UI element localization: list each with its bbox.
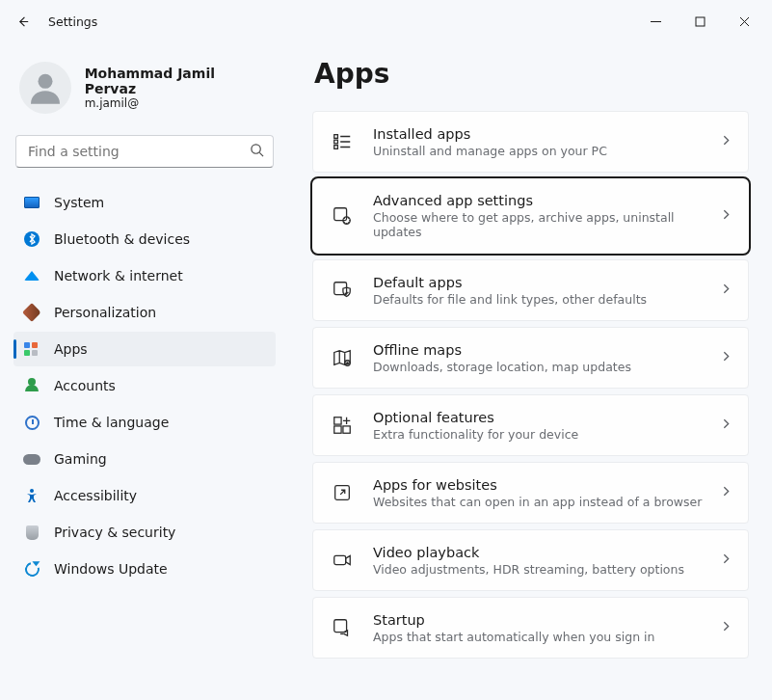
page-title: Apps bbox=[314, 58, 749, 90]
gaming-icon bbox=[23, 450, 40, 468]
video-icon bbox=[329, 547, 356, 574]
card-subtitle: Defaults for file and link types, other … bbox=[373, 292, 720, 307]
card-subtitle: Extra functionality for your device bbox=[373, 427, 720, 442]
card-title: Apps for websites bbox=[373, 477, 720, 493]
card-offline-maps[interactable]: Offline maps Downloads, storage location… bbox=[312, 327, 749, 389]
svg-rect-0 bbox=[696, 17, 705, 26]
avatar bbox=[19, 62, 71, 114]
accounts-icon bbox=[23, 377, 40, 394]
card-subtitle: Downloads, storage location, map updates bbox=[373, 360, 720, 374]
nav-accounts[interactable]: Accounts bbox=[13, 368, 276, 403]
nav-network[interactable]: Network & internet bbox=[13, 258, 276, 293]
bluetooth-icon bbox=[23, 230, 40, 248]
card-text: Offline maps Downloads, storage location… bbox=[373, 342, 720, 374]
card-text: Apps for websites Websites that can open… bbox=[373, 477, 720, 509]
nav-system[interactable]: System bbox=[13, 185, 276, 220]
arrow-left-icon bbox=[16, 14, 31, 29]
update-icon bbox=[23, 560, 40, 578]
card-title: Optional features bbox=[373, 410, 720, 425]
card-text: Optional features Extra functionality fo… bbox=[373, 410, 720, 442]
minimize-button[interactable] bbox=[633, 6, 678, 37]
svg-rect-6 bbox=[334, 146, 338, 149]
card-subtitle: Apps that start automatically when you s… bbox=[373, 630, 720, 644]
chevron-right-icon bbox=[720, 485, 732, 500]
nav-label: Bluetooth & devices bbox=[54, 231, 190, 247]
nav-label: Privacy & security bbox=[54, 525, 175, 540]
close-button[interactable] bbox=[722, 6, 766, 37]
open-external-icon bbox=[329, 479, 356, 506]
chevron-right-icon bbox=[720, 417, 732, 433]
card-video-playback[interactable]: Video playback Video adjustments, HDR st… bbox=[312, 529, 749, 591]
svg-rect-15 bbox=[334, 555, 346, 564]
nav-update[interactable]: Windows Update bbox=[13, 552, 276, 586]
titlebar: Settings bbox=[0, 0, 772, 42]
back-button[interactable] bbox=[6, 4, 40, 39]
svg-rect-11 bbox=[334, 417, 341, 424]
card-startup[interactable]: Startup Apps that start automatically wh… bbox=[312, 597, 749, 659]
card-advanced-app-settings[interactable]: Advanced app settings Choose where to ge… bbox=[312, 178, 749, 254]
nav-personalization[interactable]: Personalization bbox=[13, 295, 276, 330]
user-icon bbox=[26, 68, 65, 107]
sidebar: Mohammad Jamil Pervaz m.jamil@ System Bl… bbox=[0, 42, 289, 700]
nav-time[interactable]: Time & language bbox=[13, 405, 276, 440]
maximize-icon bbox=[695, 16, 705, 27]
search-container bbox=[15, 135, 274, 168]
nav-label: Gaming bbox=[54, 451, 107, 467]
card-title: Video playback bbox=[373, 545, 720, 560]
nav-label: Accounts bbox=[54, 378, 116, 393]
chevron-right-icon bbox=[720, 350, 732, 365]
card-text: Video playback Video adjustments, HDR st… bbox=[373, 545, 720, 577]
card-subtitle: Uninstall and manage apps on your PC bbox=[373, 144, 720, 158]
nav-label: Windows Update bbox=[54, 561, 168, 577]
main-content: Apps Installed apps Uninstall and manage… bbox=[289, 42, 772, 700]
chevron-right-icon bbox=[720, 134, 732, 149]
nav-bluetooth[interactable]: Bluetooth & devices bbox=[13, 222, 276, 256]
chevron-right-icon bbox=[720, 283, 732, 298]
svg-rect-5 bbox=[334, 140, 338, 144]
card-optional-features[interactable]: Optional features Extra functionality fo… bbox=[312, 394, 749, 456]
card-default-apps[interactable]: Default apps Defaults for file and link … bbox=[312, 259, 749, 321]
system-icon bbox=[23, 194, 40, 211]
apps-icon bbox=[23, 340, 40, 358]
card-text: Startup Apps that start automatically wh… bbox=[373, 612, 720, 644]
svg-rect-13 bbox=[334, 426, 341, 433]
svg-point-2 bbox=[252, 145, 260, 153]
maximize-button[interactable] bbox=[678, 6, 722, 37]
card-subtitle: Video adjustments, HDR streaming, batter… bbox=[373, 562, 720, 577]
card-title: Default apps bbox=[373, 275, 720, 290]
card-subtitle: Websites that can open in an app instead… bbox=[373, 495, 720, 509]
nav-gaming[interactable]: Gaming bbox=[13, 442, 276, 476]
nav-privacy[interactable]: Privacy & security bbox=[13, 515, 276, 550]
nav-apps[interactable]: Apps bbox=[13, 332, 276, 366]
nav-label: System bbox=[54, 195, 104, 210]
nav-label: Accessibility bbox=[54, 488, 137, 503]
profile-text: Mohammad Jamil Pervaz m.jamil@ bbox=[85, 66, 270, 110]
card-installed-apps[interactable]: Installed apps Uninstall and manage apps… bbox=[312, 111, 749, 173]
search-icon bbox=[250, 143, 264, 160]
user-profile[interactable]: Mohammad Jamil Pervaz m.jamil@ bbox=[13, 52, 276, 127]
app-gear-icon bbox=[329, 202, 356, 229]
list-icon bbox=[329, 128, 356, 155]
card-apps-for-websites[interactable]: Apps for websites Websites that can open… bbox=[312, 462, 749, 524]
nav-label: Time & language bbox=[54, 415, 169, 430]
chevron-right-icon bbox=[720, 552, 732, 568]
time-icon bbox=[23, 414, 40, 431]
window-controls bbox=[633, 6, 766, 37]
nav-label: Apps bbox=[54, 341, 88, 357]
minimize-icon bbox=[651, 16, 661, 27]
accessibility-icon bbox=[23, 487, 40, 504]
close-icon bbox=[739, 16, 750, 27]
personalization-icon bbox=[23, 304, 40, 321]
nav-accessibility[interactable]: Accessibility bbox=[13, 478, 276, 513]
plus-grid-icon bbox=[329, 412, 356, 439]
svg-rect-4 bbox=[334, 135, 338, 139]
window-title: Settings bbox=[48, 14, 97, 29]
profile-name: Mohammad Jamil Pervaz bbox=[85, 66, 270, 96]
startup-icon bbox=[329, 614, 356, 641]
svg-point-3 bbox=[30, 489, 34, 493]
chevron-right-icon bbox=[720, 620, 732, 635]
card-text: Installed apps Uninstall and manage apps… bbox=[373, 126, 720, 158]
search-input[interactable] bbox=[15, 135, 274, 168]
svg-rect-12 bbox=[343, 426, 350, 433]
card-title: Advanced app settings bbox=[373, 193, 720, 208]
